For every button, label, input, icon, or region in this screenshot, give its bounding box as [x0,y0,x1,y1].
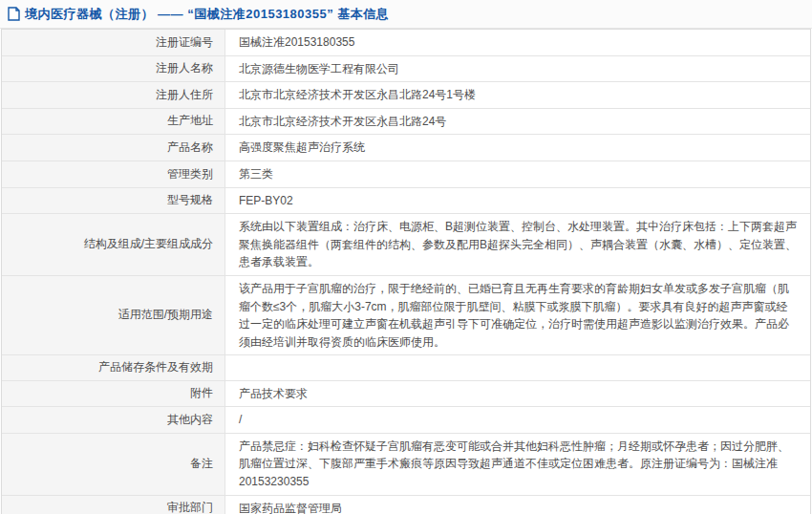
field-value: 国家药品监督管理局 [225,496,810,514]
table-row: 审批部门 国家药品监督管理局 [2,496,810,514]
field-label: 备注 [2,434,225,495]
field-value: 北京市北京经济技术开发区永昌北路24号 [225,109,810,135]
table-row: 备注 产品禁忌症：妇科检查怀疑子宫肌瘤有恶变可能或合并其他妇科恶性肿瘤；月经期或… [2,434,810,496]
table-row: 适用范围/预期用途 该产品用于子宫肌瘤的治疗，限于绝经前的、已婚已育且无再生育要… [2,276,810,355]
field-label: 生产地址 [2,109,225,135]
field-value: 北京市北京经济技术开发区永昌北路24号1号楼 [225,82,810,108]
table-row: 产品储存条件及有效期 [2,355,810,380]
field-value: 第三类 [225,161,810,187]
table-row: 其他内容 / [2,407,810,434]
field-value: FEP-BY02 [225,188,810,214]
field-label: 型号规格 [2,188,225,214]
page: 境内医疗器械（注册） —— “国械注准20153180355” 基本信息 注册证… [0,0,812,514]
table-row: 注册人住所 北京市北京经济技术开发区永昌北路24号1号楼 [2,82,810,109]
table-row: 注册证编号 国械注准20153180355 [2,30,810,56]
page-title: 境内医疗器械（注册） —— “国械注准20153180355” 基本信息 [25,6,389,23]
field-label: 结构及组成/主要组成成分 [2,214,225,275]
page-header: 境内医疗器械（注册） —— “国械注准20153180355” 基本信息 [0,0,812,29]
field-value: 产品技术要求 [225,381,810,407]
field-value: 系统由以下装置组成：治疗床、电源柜、B超测位装置、控制台、水处理装置。其中治疗床… [225,214,810,275]
document-icon [8,7,20,21]
registration-info-table: 注册证编号 国械注准20153180355 注册人名称 北京源德生物医学工程有限… [1,29,811,514]
field-label: 附件 [2,381,225,407]
field-value: 国械注准20153180355 [225,30,810,55]
table-row: 生产地址 北京市北京经济技术开发区永昌北路24号 [2,109,810,136]
field-label: 注册证编号 [2,30,225,55]
field-value: 高强度聚焦超声治疗系统 [225,135,810,161]
table-row: 型号规格 FEP-BY02 [2,188,810,215]
table-row: 注册人名称 北京源德生物医学工程有限公司 [2,56,810,83]
field-label: 其他内容 [2,407,225,433]
field-label: 审批部门 [2,496,225,514]
field-value [225,355,810,379]
table-row: 产品名称 高强度聚焦超声治疗系统 [2,135,810,161]
table-row: 附件 产品技术要求 [2,381,810,408]
field-label: 注册人住所 [2,82,225,108]
field-value: / [225,407,810,433]
table-row: 结构及组成/主要组成成分 系统由以下装置组成：治疗床、电源柜、B超测位装置、控制… [2,214,810,276]
table-row: 管理类别 第三类 [2,161,810,188]
field-label: 产品名称 [2,135,225,161]
field-label: 产品储存条件及有效期 [2,355,225,379]
field-value: 产品禁忌症：妇科检查怀疑子宫肌瘤有恶变可能或合并其他妇科恶性肿瘤；月经期或怀孕患… [225,434,810,495]
field-value: 该产品用于子宫肌瘤的治疗，限于绝经前的、已婚已育且无再生育要求的育龄期妇女单发或… [225,276,810,354]
field-label: 管理类别 [2,161,225,187]
field-value: 北京源德生物医学工程有限公司 [225,56,810,82]
field-label: 适用范围/预期用途 [2,276,225,354]
field-label: 注册人名称 [2,56,225,82]
